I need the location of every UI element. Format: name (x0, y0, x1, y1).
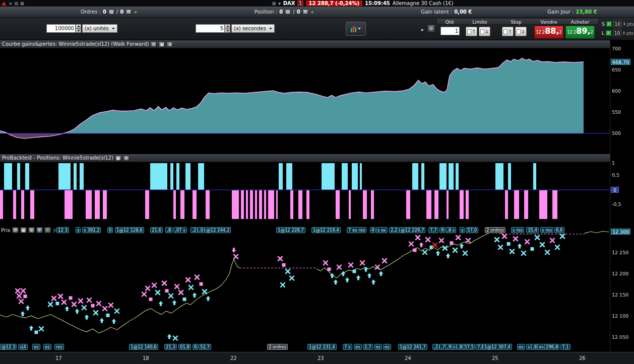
trade-marker-square (69, 296, 73, 300)
long-position-bar (421, 163, 424, 190)
short-position-bar (336, 190, 340, 219)
trade-marker-down-arrow (232, 248, 236, 253)
orders-gear-icon[interactable]: ⚙ (125, 9, 132, 15)
limit-sell-button[interactable]: ↓ (479, 27, 490, 36)
orders-sep: / (116, 9, 118, 15)
limit-checkbox[interactable]: ✓ (606, 30, 611, 36)
short-position-bar (103, 190, 107, 219)
limit-buy-button[interactable]: ↑ (466, 27, 477, 36)
position-add-icon[interactable]: + (310, 10, 314, 15)
trade-label-chip: 1@12 241,7 (398, 344, 427, 350)
grid-icon[interactable]: ⊞ (272, 1, 276, 7)
long-position-bar (322, 163, 335, 190)
equity-curve-chart[interactable] (0, 48, 610, 154)
units-input[interactable] (46, 24, 76, 33)
gain-latent-value: 0,00 € (454, 9, 472, 15)
trade-label-chip: 0 (107, 227, 113, 233)
stop-checkbox[interactable]: ✓ (606, 21, 612, 27)
trade-label-chip: 1@12 128,6 (115, 227, 144, 233)
orders-list-icon[interactable]: ▤ (108, 9, 114, 15)
instrument-badge: 1 (297, 1, 303, 6)
axis-label: 550 (612, 109, 621, 115)
position-count: 0 (279, 9, 283, 15)
maximize-icon[interactable]: ⊞ (20, 1, 24, 7)
long-position-bar (412, 163, 418, 190)
trade-marker-x (234, 255, 238, 259)
orders-status: Ordres : 0 ▤ / 0 ⚙ + (81, 9, 138, 15)
trade-marker-x (360, 261, 364, 265)
trade-marker-up-arrow (518, 244, 522, 249)
window-icon[interactable]: ▣ (158, 41, 165, 47)
position-gear-icon[interactable]: ⚙ (302, 9, 308, 15)
chevron-down-icon[interactable]: ▾ (278, 1, 281, 7)
axis-label: 12 200 (612, 271, 628, 277)
order-settings-icon[interactable]: ⚙ (427, 25, 435, 32)
timeframe-stepper[interactable] (225, 24, 230, 33)
trade-marker-x (439, 239, 443, 243)
wrench-icon[interactable]: ⚙ (150, 41, 157, 47)
trade-marker-x (173, 336, 177, 340)
trade-label-chip: 1@12 219,4 (311, 227, 341, 233)
long-position-bar (185, 163, 191, 190)
stop-buy-button[interactable]: ↑ (502, 27, 514, 36)
trade-marker-square (56, 302, 59, 305)
close-icon[interactable]: × (9, 1, 13, 7)
trade-marker-x (82, 306, 86, 310)
trade-marker-x (48, 302, 52, 306)
trade-label-chip: s (76, 227, 81, 233)
close-panel-icon[interactable]: ⊗ (123, 155, 130, 161)
trade-marker-square (200, 282, 203, 286)
trade-label-chip: 57,5 (463, 344, 475, 350)
timeframe-dropdown[interactable]: (x) secondes (231, 24, 275, 33)
short-position-bar (298, 190, 302, 219)
chart-workspace: Courbe gains&pertes: Winnie5strade(sl12)… (0, 40, 634, 364)
trade-marker-x (540, 243, 544, 247)
trade-label-chip: 1@12 307,4 (483, 344, 512, 350)
buy-button[interactable]: 12 2 89, 2 (565, 26, 595, 39)
trade-marker-x (463, 251, 467, 255)
close-panel-icon[interactable]: ⊗ (166, 41, 173, 47)
trade-marker-up-arrow (85, 315, 89, 320)
price-axis[interactable]: 700650600550500668,7010,50-0,512 30012 2… (610, 40, 634, 352)
stop-points-stepper[interactable] (623, 22, 625, 26)
limit-points-value[interactable]: 10 (613, 30, 621, 36)
orders-add-icon[interactable]: + (134, 10, 138, 15)
trade-label-chip: 7 s (343, 344, 352, 350)
time-axis[interactable]: 17182223242526 (0, 352, 634, 364)
minimize-icon[interactable]: ⊟ (15, 1, 19, 7)
trade-marker-up-arrow (367, 273, 372, 278)
buy-price-big: 89, (576, 26, 590, 36)
axis-label: -0,5 (612, 201, 621, 207)
units-stepper[interactable] (76, 24, 81, 33)
short-position-bar (552, 190, 557, 219)
day-gain: Gain Jour : 23,80 € (547, 9, 597, 15)
instrument-short-name[interactable]: DAX (283, 1, 295, 6)
limit-points-stepper[interactable] (623, 31, 625, 35)
trade-labels-bottom: @12 3s|4esesres1@12 140,621,301,8652,72 … (0, 343, 610, 351)
trade-marker-x (189, 285, 193, 289)
trade-marker-up-arrow (112, 319, 116, 324)
trade-label-chip: ,07 s (173, 227, 187, 233)
trade-label-chip: 35,4 (526, 227, 539, 233)
short-position-bar (206, 190, 210, 219)
window-icon[interactable]: ▣ (115, 155, 121, 161)
long-position-bar (4, 163, 12, 190)
positions-chart[interactable] (0, 162, 610, 227)
sell-button[interactable]: 12 2 88, 2 (534, 26, 563, 39)
instrument-header: ⊞ ▾ DAX 1 12 288,7 (-0,24%) 15:09:45 All… (272, 1, 454, 7)
chart-type-button[interactable] (346, 22, 366, 36)
trade-label-chip: s res (511, 227, 524, 233)
stop-points-value[interactable]: 10 (613, 21, 622, 27)
expand-panel-icon[interactable]: ▸ (421, 27, 424, 32)
long-position-bar (286, 163, 292, 190)
timeframe-input[interactable] (196, 24, 225, 33)
position-list-icon[interactable]: ▤ (285, 9, 291, 15)
trade-marker-square (450, 241, 454, 245)
qty-input[interactable] (440, 27, 460, 35)
stop-sell-button[interactable]: ↓ (515, 27, 527, 36)
short-position-bar (246, 190, 248, 219)
trade-marker-x (423, 250, 427, 254)
price-chart[interactable] (0, 227, 610, 344)
trade-marker-x (169, 294, 173, 298)
units-dropdown[interactable]: (x) unités (82, 24, 117, 33)
